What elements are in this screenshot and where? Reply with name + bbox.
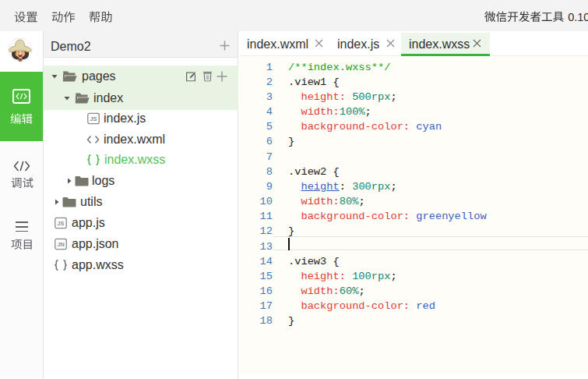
svg-text:JS: JS [58,220,65,227]
svg-text:JS: JS [90,115,97,122]
svg-text:JN: JN [57,241,64,248]
